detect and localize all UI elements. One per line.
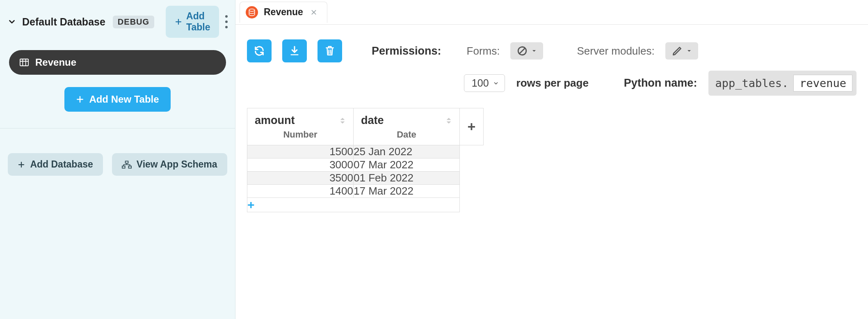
database-icon xyxy=(246,6,258,18)
tab-label: Revenue xyxy=(264,7,303,18)
column-name: date xyxy=(361,114,384,127)
add-new-table-button[interactable]: Add New Table xyxy=(64,87,170,112)
collapse-chevron-icon[interactable] xyxy=(7,17,16,26)
table-row[interactable]: 3500 01 Feb 2022 xyxy=(247,172,484,185)
python-name-prefix: app_tables. xyxy=(715,77,788,90)
chevron-down-icon xyxy=(493,80,499,86)
no-access-icon xyxy=(517,46,528,56)
sidebar-item-label: Revenue xyxy=(35,57,76,68)
plus-icon: + xyxy=(468,119,476,134)
schema-icon xyxy=(122,161,132,169)
svg-point-4 xyxy=(249,9,255,11)
cell-date[interactable]: 25 Jan 2022 xyxy=(354,145,460,158)
svg-rect-3 xyxy=(128,166,131,168)
plus-icon xyxy=(175,18,182,25)
sidebar: Default Database DEBUG Add Table Revenue… xyxy=(0,0,235,319)
cell-amount[interactable]: 3500 xyxy=(247,172,354,185)
plus-icon xyxy=(18,161,25,168)
cell-amount[interactable]: 1400 xyxy=(247,185,354,198)
cell-amount[interactable]: 1500 xyxy=(247,145,354,158)
trash-icon xyxy=(324,45,335,57)
add-table-button[interactable]: Add Table xyxy=(166,6,219,38)
view-schema-label: View App Schema xyxy=(137,159,217,170)
rows-per-page-label: rows per page xyxy=(516,77,589,90)
svg-rect-1 xyxy=(125,161,128,163)
refresh-icon xyxy=(254,45,265,57)
caret-down-icon xyxy=(532,48,537,53)
add-table-label: Add Table xyxy=(186,11,210,33)
add-column-button[interactable]: + xyxy=(460,108,484,145)
cell-date[interactable]: 17 Mar 2022 xyxy=(354,185,460,198)
table-row[interactable]: 3000 07 Mar 2022 xyxy=(247,158,484,172)
table-row[interactable]: 1400 17 Mar 2022 xyxy=(247,185,484,198)
sort-icon[interactable] xyxy=(339,117,346,125)
column-header-date[interactable]: date Date xyxy=(354,108,460,145)
download-button[interactable] xyxy=(282,39,307,62)
plus-icon xyxy=(76,95,84,103)
toolbar: Permissions: Forms: Server modules: xyxy=(235,25,868,62)
forms-label: Forms: xyxy=(467,45,500,57)
cell-date[interactable]: 01 Feb 2022 xyxy=(354,172,460,185)
tab-bar: Revenue xyxy=(235,0,868,25)
delete-button[interactable] xyxy=(318,39,342,62)
python-name-input[interactable]: revenue xyxy=(793,75,852,92)
add-database-label: Add Database xyxy=(30,159,93,170)
python-name-label: Python name: xyxy=(624,77,697,90)
plus-icon: + xyxy=(247,198,255,211)
more-menu-icon[interactable] xyxy=(225,13,228,31)
caret-down-icon xyxy=(687,48,692,53)
column-name: amount xyxy=(255,114,295,127)
svg-rect-0 xyxy=(20,59,28,66)
edit-icon xyxy=(672,46,683,56)
download-icon xyxy=(289,45,300,57)
tab-revenue[interactable]: Revenue xyxy=(240,2,327,23)
table-row[interactable]: 1500 25 Jan 2022 xyxy=(247,145,484,158)
add-database-button[interactable]: Add Database xyxy=(8,153,103,176)
data-table: amount Number date xyxy=(247,108,484,212)
server-modules-permission-dropdown[interactable] xyxy=(665,42,698,60)
cell-amount[interactable]: 3000 xyxy=(247,158,354,172)
refresh-button[interactable] xyxy=(247,39,272,62)
server-modules-label: Server modules: xyxy=(577,45,654,57)
sidebar-item-revenue[interactable]: Revenue xyxy=(9,50,226,75)
sort-icon[interactable] xyxy=(445,117,452,125)
add-new-table-label: Add New Table xyxy=(89,94,159,105)
database-title: Default Database xyxy=(22,16,105,28)
meta-row: 100 rows per page Python name: app_table… xyxy=(235,62,868,108)
table-icon xyxy=(20,58,29,67)
forms-permission-dropdown[interactable] xyxy=(510,42,543,60)
column-type: Number xyxy=(255,129,346,140)
view-schema-button[interactable]: View App Schema xyxy=(112,153,227,176)
column-header-amount[interactable]: amount Number xyxy=(247,108,354,145)
sidebar-header: Default Database DEBUG Add Table xyxy=(0,0,235,46)
cell-date[interactable]: 07 Mar 2022 xyxy=(354,158,460,172)
debug-badge: DEBUG xyxy=(113,16,154,28)
permissions-label: Permissions: xyxy=(372,45,441,57)
add-row[interactable]: + xyxy=(247,198,484,212)
close-icon[interactable] xyxy=(309,7,319,17)
rows-per-page-value: 100 xyxy=(472,77,489,89)
column-type: Date xyxy=(361,129,452,140)
python-name-box: app_tables. revenue xyxy=(708,71,857,96)
rows-per-page-select[interactable]: 100 xyxy=(464,74,505,92)
svg-rect-2 xyxy=(122,166,125,168)
main: Revenue Permissions: Forms: xyxy=(235,0,868,319)
